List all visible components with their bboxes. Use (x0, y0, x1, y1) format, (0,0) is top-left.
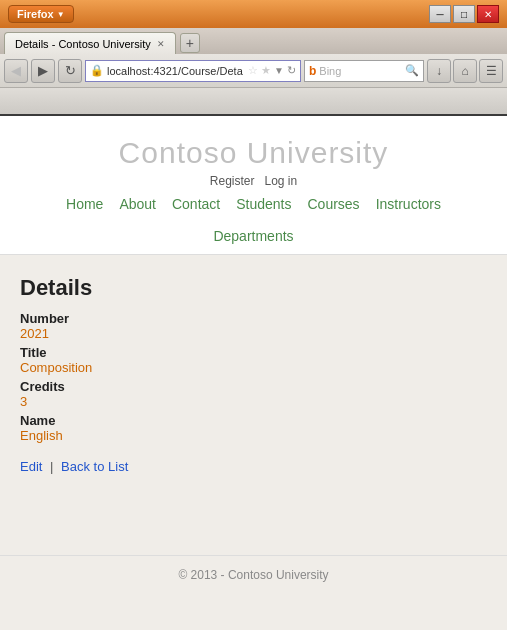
page-footer: © 2013 - Contoso University (0, 555, 507, 594)
auth-links: Register Log in (10, 174, 497, 188)
address-icon: 🔒 (90, 64, 104, 77)
search-bar[interactable]: b Bing 🔍 (304, 60, 424, 82)
firefox-label: Firefox (17, 8, 54, 20)
credits-value: 3 (20, 394, 487, 409)
number-value: 2021 (20, 326, 487, 341)
new-tab-button[interactable]: + (180, 33, 200, 53)
nav-bar: ◀ ▶ ↻ 🔒 localhost:4321/Course/Deta ☆ ★ ▼… (0, 54, 507, 88)
tab-bar: Details - Contoso University ✕ + (0, 28, 507, 54)
nav-menu: Home About Contact Students Courses Inst… (10, 196, 497, 244)
nav-departments[interactable]: Departments (213, 228, 293, 244)
tab-label: Details - Contoso University (15, 38, 151, 50)
footer-copyright: © 2013 - Contoso University (178, 568, 328, 582)
nav-home[interactable]: Home (66, 196, 103, 212)
refresh-small-icon: ↻ (287, 64, 296, 77)
page-header: Contoso University Register Log in Home … (0, 116, 507, 255)
login-link[interactable]: Log in (265, 174, 298, 188)
name-value: English (20, 428, 487, 443)
dropdown-icon: ▼ (274, 65, 284, 76)
browser-window: Firefox ─ □ ✕ Details - Contoso Universi… (0, 0, 507, 630)
window-controls: ─ □ ✕ (429, 5, 499, 23)
main-content: Details Number 2021 Title Composition Cr… (0, 255, 507, 555)
nav-contact[interactable]: Contact (172, 196, 220, 212)
action-links: Edit | Back to List (20, 459, 487, 474)
address-url: localhost:4321/Course/Deta (107, 65, 248, 77)
back-button[interactable]: ◀ (4, 59, 28, 83)
minimize-button[interactable]: ─ (429, 5, 451, 23)
forward-button[interactable]: ▶ (31, 59, 55, 83)
address-stars: ☆ ★ (248, 64, 271, 77)
back-to-list-link[interactable]: Back to List (61, 459, 128, 474)
title-value: Composition (20, 360, 487, 375)
search-icon[interactable]: 🔍 (405, 64, 419, 77)
register-link[interactable]: Register (210, 174, 255, 188)
credits-label: Credits (20, 379, 487, 394)
search-placeholder: Bing (319, 65, 402, 77)
edit-link[interactable]: Edit (20, 459, 42, 474)
nav-students[interactable]: Students (236, 196, 291, 212)
nav-instructors[interactable]: Instructors (376, 196, 441, 212)
refresh-button[interactable]: ↻ (58, 59, 82, 83)
firefox-menu-button[interactable]: Firefox (8, 5, 74, 23)
download-button[interactable]: ↓ (427, 59, 451, 83)
number-label: Number (20, 311, 487, 326)
bing-logo: b (309, 64, 316, 78)
extra-nav: ↓ ⌂ ☰ (427, 59, 503, 83)
site-title: Contoso University (10, 136, 497, 170)
name-label: Name (20, 413, 487, 428)
title-bar: Firefox ─ □ ✕ (0, 0, 507, 28)
close-button[interactable]: ✕ (477, 5, 499, 23)
address-bar[interactable]: 🔒 localhost:4321/Course/Deta ☆ ★ ▼ ↻ (85, 60, 301, 82)
restore-button[interactable]: □ (453, 5, 475, 23)
active-tab[interactable]: Details - Contoso University ✕ (4, 32, 176, 54)
tab-close-icon[interactable]: ✕ (157, 39, 165, 49)
home-button[interactable]: ⌂ (453, 59, 477, 83)
nav-about[interactable]: About (119, 196, 156, 212)
menu-button[interactable]: ☰ (479, 59, 503, 83)
browser-toolbar (0, 88, 507, 116)
title-label: Title (20, 345, 487, 360)
nav-courses[interactable]: Courses (307, 196, 359, 212)
page-content: Contoso University Register Log in Home … (0, 116, 507, 630)
details-heading: Details (20, 275, 487, 301)
link-separator: | (50, 459, 53, 474)
